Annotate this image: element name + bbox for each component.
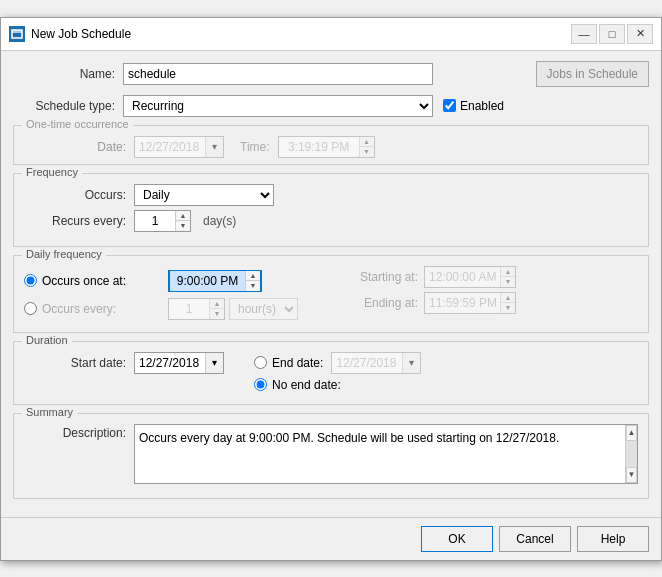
once-at-spinner[interactable]: ▲ ▼ — [168, 270, 262, 292]
name-label: Name: — [13, 67, 123, 81]
one-time-row: Date: ▾ Time: ▲ ▼ — [24, 132, 638, 158]
frequency-section: Frequency Occurs: Daily Weekly Monthly R… — [13, 173, 649, 247]
dialog-content: Name: Jobs in Schedule Schedule type: Re… — [1, 51, 661, 517]
one-time-label: One-time occurrence — [22, 118, 133, 130]
recurs-down-btn[interactable]: ▼ — [176, 220, 190, 231]
starting-spinner: ▲ ▼ — [424, 266, 516, 288]
scroll-down-btn[interactable]: ▼ — [626, 467, 637, 483]
occurs-every-label[interactable]: Occurs every: — [42, 302, 162, 316]
svg-rect-1 — [12, 30, 22, 33]
duration-row: Start date: ▾ End date: ▾ — [24, 348, 638, 398]
occurs-row: Occurs: Daily Weekly Monthly — [24, 180, 638, 206]
start-date-input[interactable] — [135, 353, 205, 373]
enabled-label[interactable]: Enabled — [460, 99, 504, 113]
end-date-row: End date: ▾ — [254, 352, 421, 374]
occurs-every-radio[interactable] — [24, 302, 37, 315]
enabled-checkbox[interactable] — [443, 99, 456, 112]
name-input[interactable] — [123, 63, 433, 85]
ok-button[interactable]: OK — [421, 526, 493, 552]
daily-frequency-section: Daily frequency Occurs once at: ▲ ▼ — [13, 255, 649, 333]
one-time-date-picker: ▾ — [134, 136, 224, 158]
name-row: Name: Jobs in Schedule — [13, 61, 649, 87]
occurs-every-row: Occurs every: ▲ ▼ hour(s) — [24, 298, 324, 320]
starting-label: Starting at: — [344, 270, 424, 284]
end-date-radio[interactable] — [254, 356, 267, 369]
scroll-track — [626, 441, 637, 467]
once-at-up-btn[interactable]: ▲ — [246, 271, 260, 281]
description-box: Occurs every day at 9:00:00 PM. Schedule… — [134, 424, 638, 484]
date-label: Date: — [24, 140, 134, 154]
end-date-label[interactable]: End date: — [272, 356, 323, 370]
once-at-radio[interactable] — [24, 274, 37, 287]
every-up-btn: ▲ — [210, 299, 224, 309]
description-scrollbar: ▲ ▼ — [625, 425, 637, 483]
description-container: Occurs every day at 9:00:00 PM. Schedule… — [134, 424, 638, 484]
end-date-section: End date: ▾ No end date: — [254, 352, 421, 398]
duration-label: Duration — [22, 334, 72, 346]
no-end-date-radio[interactable] — [254, 378, 267, 391]
start-date-picker[interactable]: ▾ — [134, 352, 224, 374]
no-end-date-label[interactable]: No end date: — [272, 378, 341, 392]
one-time-section: One-time occurrence Date: ▾ Time: ▲ ▼ — [13, 125, 649, 165]
enabled-area: Enabled — [443, 99, 504, 113]
every-unit-select: hour(s) — [229, 298, 298, 320]
occurs-label: Occurs: — [24, 188, 134, 202]
occurs-select[interactable]: Daily Weekly Monthly — [134, 184, 274, 206]
help-button[interactable]: Help — [577, 526, 649, 552]
jobs-in-schedule-button[interactable]: Jobs in Schedule — [536, 61, 649, 87]
time-down-btn: ▼ — [360, 146, 374, 157]
titlebar: New Job Schedule — □ ✕ — [1, 18, 661, 51]
button-row: OK Cancel Help — [1, 517, 661, 560]
every-down-btn: ▼ — [210, 308, 224, 319]
close-button[interactable]: ✕ — [627, 24, 653, 44]
description-text: Occurs every day at 9:00:00 PM. Schedule… — [139, 429, 633, 447]
window-icon — [9, 26, 25, 42]
recurs-row: Recurs every: ▲ ▼ day(s) — [24, 210, 638, 232]
daily-freq-content: Occurs once at: ▲ ▼ Occurs every: — [24, 262, 638, 326]
ending-up-btn: ▲ — [501, 293, 515, 303]
ending-down-btn: ▼ — [501, 302, 515, 313]
end-date-btn: ▾ — [402, 353, 420, 373]
occurs-every-input — [169, 299, 209, 319]
once-at-down-btn[interactable]: ▼ — [246, 280, 260, 291]
schedule-type-select[interactable]: Recurring One Time — [123, 95, 433, 117]
maximize-button[interactable]: □ — [599, 24, 625, 44]
time-up-btn: ▲ — [360, 137, 374, 147]
scroll-up-btn[interactable]: ▲ — [626, 425, 637, 441]
time-label: Time: — [240, 140, 270, 154]
new-job-schedule-dialog: New Job Schedule — □ ✕ Name: Jobs in Sch… — [0, 17, 662, 561]
recurs-spinner[interactable]: ▲ ▼ — [134, 210, 191, 232]
schedule-type-row: Schedule type: Recurring One Time Enable… — [13, 95, 649, 117]
occurs-every-spinner: ▲ ▼ — [168, 298, 225, 320]
once-at-label[interactable]: Occurs once at: — [42, 274, 162, 288]
start-date-label: Start date: — [24, 356, 134, 370]
cancel-button[interactable]: Cancel — [499, 526, 571, 552]
summary-label: Summary — [22, 406, 77, 418]
summary-row: Description: Occurs every day at 9:00:00… — [24, 420, 638, 484]
daily-freq-right: Starting at: ▲ ▼ Ending at: — [344, 266, 516, 318]
summary-section: Summary Description: Occurs every day at… — [13, 413, 649, 499]
schedule-type-label: Schedule type: — [13, 99, 123, 113]
ending-row: Ending at: ▲ ▼ — [344, 292, 516, 314]
minimize-button[interactable]: — — [571, 24, 597, 44]
starting-input — [425, 267, 500, 287]
end-date-input — [332, 353, 402, 373]
one-time-date-btn: ▾ — [205, 137, 223, 157]
recurs-unit: day(s) — [203, 214, 236, 228]
window-controls: — □ ✕ — [571, 24, 653, 44]
one-time-time-spinner: ▲ ▼ — [278, 136, 375, 158]
recurs-up-btn[interactable]: ▲ — [176, 211, 190, 221]
starting-row: Starting at: ▲ ▼ — [344, 266, 516, 288]
one-time-time-input — [279, 137, 359, 157]
description-label: Description: — [24, 424, 134, 440]
end-date-picker: ▾ — [331, 352, 421, 374]
recurs-input[interactable] — [135, 211, 175, 231]
once-at-input[interactable] — [170, 271, 245, 291]
start-date-btn[interactable]: ▾ — [205, 353, 223, 373]
starting-up-btn: ▲ — [501, 267, 515, 277]
no-end-date-row: No end date: — [254, 378, 341, 392]
ending-label: Ending at: — [344, 296, 424, 310]
window-title: New Job Schedule — [31, 27, 571, 41]
frequency-label: Frequency — [22, 166, 82, 178]
duration-section: Duration Start date: ▾ End date: — [13, 341, 649, 405]
